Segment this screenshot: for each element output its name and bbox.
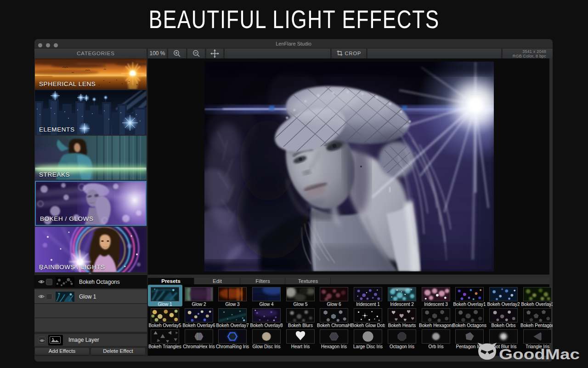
svg-text:GoodMac: GoodMac [499,346,580,362]
